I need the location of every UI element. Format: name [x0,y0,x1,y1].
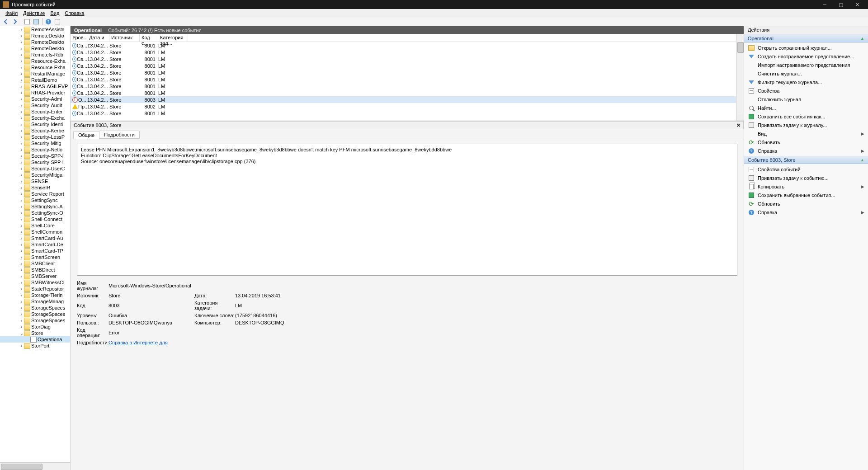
actions-section-event[interactable]: Событие 8003, Store▲ [744,156,868,164]
tree-item[interactable]: ›Security-SPP-l [0,159,70,165]
tree-item[interactable]: ›StorageSpaces [0,317,70,324]
tree-twisty-icon[interactable]: › [19,312,24,317]
tree-twisty-icon[interactable]: › [19,280,24,285]
tree-item[interactable]: ›SMBClient [0,260,70,267]
tree-twisty-icon[interactable]: › [19,97,24,102]
tree-twisty-icon[interactable]: › [19,128,24,133]
event-message-box[interactable]: Lease PFN Microsoft.Expansion1_8wekyb3d8… [77,144,737,276]
tree-twisty-icon[interactable]: › [19,223,24,228]
tree-twisty-icon[interactable]: › [19,324,24,329]
events-grid[interactable]: Уров... Дата и ... Источник Код с... Кат… [71,34,736,121]
action-item[interactable]: Очистить журнал... [744,69,868,78]
tree-twisty-icon[interactable]: › [19,242,24,247]
action-item[interactable]: Открыть сохраненный журнал... [744,43,868,52]
tree-twisty-icon[interactable]: › [19,230,24,235]
menu-view[interactable]: Вид [47,10,62,16]
tree-twisty-icon[interactable]: › [19,166,24,171]
tree-twisty-icon[interactable]: › [19,109,24,114]
tree-item[interactable]: ›Security-Audit [0,102,70,108]
menu-action[interactable]: Действие [20,10,47,16]
tree-item[interactable]: ›StorageSpaces [0,305,70,311]
table-row[interactable]: Св...13.04.2...Store8001LM [71,69,736,76]
menu-help[interactable]: Справка [62,10,87,16]
tab-details[interactable]: Подробности [99,131,140,139]
menu-file[interactable]: Файл [3,10,20,16]
action-item[interactable]: Вид▶ [744,129,868,138]
tree-item[interactable]: ›RemoteDeskto [0,39,70,45]
action-item[interactable]: Свойства событий [744,165,868,174]
action-item[interactable]: Создать настраиваемое представление... [744,52,868,61]
tree-item[interactable]: ›Remotefs-Rdb [0,52,70,58]
tree-twisty-icon[interactable]: › [19,71,24,76]
col-category[interactable]: Категория зад... [158,34,188,42]
tree-item[interactable]: ›RestartManage [0,70,70,77]
tree-twisty-icon[interactable]: › [19,192,24,197]
tree-twisty-icon[interactable]: › [19,154,24,159]
tree-twisty-icon[interactable]: › [19,141,24,146]
tree-twisty-icon[interactable]: › [19,84,24,89]
table-row[interactable]: Св...13.04.2...Store8001LM [71,62,736,69]
tree-twisty-icon[interactable]: › [19,173,24,178]
action-item[interactable]: ⟳Обновить [744,138,868,146]
tree-twisty-icon[interactable]: › [19,204,24,209]
tree-item[interactable]: ›SmartScreen [0,254,70,260]
tree-item[interactable]: ›SMBWitnessCl [0,279,70,286]
table-row[interactable]: Св...13.04.2...Store8001LM [71,49,736,56]
tree-twisty-icon[interactable]: › [19,116,24,121]
tree-item[interactable]: ›SmartCard-TP [0,248,70,254]
action-item[interactable]: Привязать задачу к журналу... [744,121,868,129]
tree-item[interactable]: Operationa [0,336,70,343]
tree-item[interactable]: ›SecurityMitiga [0,172,70,178]
tree-item[interactable]: ›Security-SPP-l [0,153,70,159]
tree-twisty-icon[interactable]: › [19,179,24,184]
tree-twisty-icon[interactable]: › [19,103,24,108]
tree-twisty-icon[interactable]: › [19,211,24,216]
tree-twisty-icon[interactable]: › [19,122,24,127]
tree-twisty-icon[interactable]: › [19,236,24,241]
table-row[interactable]: Св...13.04.2...Store8001LM [71,42,736,49]
toolbar-btn-4[interactable] [53,18,61,26]
toolbar-btn-2[interactable] [32,18,40,26]
action-item[interactable]: Сохранить все события как... [744,112,868,121]
action-item[interactable]: Отключить журнал [744,95,868,103]
tree-horizontal-scrollbar[interactable] [0,462,70,470]
tree-item[interactable]: ›Storage-Tierin [0,292,70,298]
tree-twisty-icon[interactable]: ⌄ [19,331,24,336]
tree-item[interactable]: ›SMBServer [0,273,70,279]
tree-twisty-icon[interactable]: › [19,52,24,57]
tree-item[interactable]: ›RRAS-Provider [0,89,70,96]
tree-item[interactable]: ›Resource-Exha [0,64,70,70]
tree-item[interactable]: ›SettingSync [0,197,70,203]
table-row[interactable]: Св...13.04.2...Store8001LM [71,83,736,89]
tree-item[interactable]: ›StateRepositor [0,286,70,292]
tree-item[interactable]: ›RRAS-AGILEVP [0,83,70,89]
tree-item[interactable]: ›Security-Mitig [0,140,70,146]
forward-button[interactable] [11,18,19,26]
action-item[interactable]: Сохранить выбранные события... [744,191,868,199]
tree-twisty-icon[interactable]: › [19,135,24,140]
col-code[interactable]: Код с... [140,34,158,42]
col-date[interactable]: Дата и ... [87,34,109,42]
tree-item[interactable]: ›Service Report [0,191,70,197]
tree-item[interactable]: ›RemoteAssista [0,26,70,33]
grid-vertical-scrollbar[interactable] [736,34,744,121]
grid-header[interactable]: Уров... Дата и ... Источник Код с... Кат… [71,34,736,42]
tree-twisty-icon[interactable]: › [19,306,24,310]
tree-twisty-icon[interactable]: › [19,147,24,152]
close-button[interactable]: ✕ [849,0,865,9]
detail-close-icon[interactable]: ✕ [736,122,741,128]
tree-item[interactable]: ›SettingSync-O [0,210,70,216]
tree-item[interactable]: ›SettingSync-A [0,203,70,210]
action-item[interactable]: ⟳Обновить [744,199,868,208]
tree-item[interactable]: ›StorPort [0,343,70,349]
tree-item[interactable]: ›Security-Kerbe [0,127,70,134]
tree-item[interactable]: ›Security-Admi [0,96,70,102]
minimize-button[interactable]: ─ [816,0,833,9]
back-button[interactable] [2,18,10,26]
maximize-button[interactable]: ▢ [833,0,849,9]
tree-twisty-icon[interactable]: › [19,65,24,70]
table-row[interactable]: Св...13.04.2...Store8001LM [71,56,736,62]
action-item[interactable]: Привязать задачу к событию... [744,174,868,182]
tree-twisty-icon[interactable]: › [19,318,24,323]
action-item[interactable]: Свойства [744,86,868,95]
